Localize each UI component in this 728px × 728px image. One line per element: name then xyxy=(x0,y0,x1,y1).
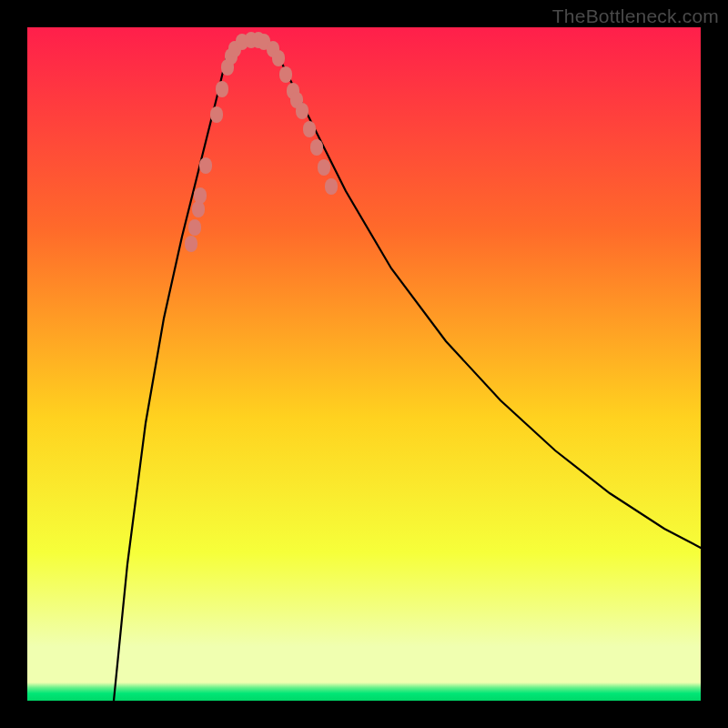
marker-dot xyxy=(279,66,292,83)
markers-right-cluster xyxy=(267,41,338,195)
marker-dot xyxy=(194,187,207,204)
marker-dot xyxy=(272,50,285,66)
marker-dot xyxy=(185,236,197,252)
chart-frame: TheBottleneck.com xyxy=(0,0,728,728)
watermark-text: TheBottleneck.com xyxy=(552,5,719,27)
curve-left-branch xyxy=(114,44,232,701)
marker-dot xyxy=(318,159,330,176)
marker-dot xyxy=(199,157,212,174)
marker-dot xyxy=(192,201,205,217)
marker-dot xyxy=(210,106,223,123)
marker-dot xyxy=(188,219,201,236)
markers-left-cluster xyxy=(185,32,270,252)
marker-dot xyxy=(216,81,228,97)
marker-dot xyxy=(303,121,316,137)
curve-layer xyxy=(27,27,701,701)
curve-right-branch xyxy=(268,44,701,548)
plot-area xyxy=(27,27,701,701)
marker-dot xyxy=(310,139,323,156)
marker-dot xyxy=(325,178,338,195)
marker-dot xyxy=(296,103,308,119)
